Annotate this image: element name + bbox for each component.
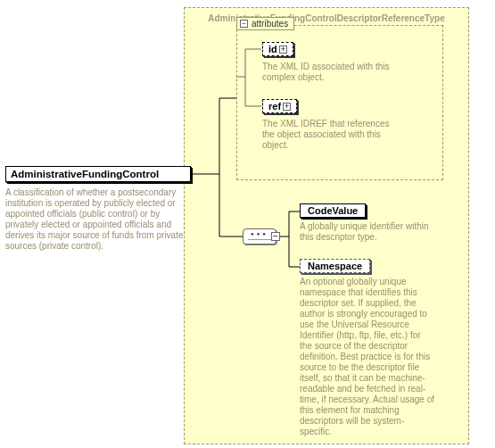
- element-codevalue-label: CodeValue: [308, 205, 358, 216]
- reference-type-title: AdministrativeFundingControlDescriptorRe…: [185, 13, 468, 23]
- root-element-description: A classification of whether a postsecond…: [5, 187, 191, 252]
- attributes-tab[interactable]: − attributes: [236, 17, 294, 30]
- plus-icon: +: [283, 103, 291, 111]
- plus-icon: +: [279, 46, 287, 54]
- element-namespace-label: Namespace: [308, 261, 362, 271]
- minus-icon: −: [271, 232, 280, 241]
- sequence-compositor[interactable]: ●●● −: [243, 228, 276, 245]
- root-element[interactable]: AdministrativeFundingControl: [5, 166, 191, 182]
- attribute-id-label: id: [268, 44, 277, 54]
- attribute-ref[interactable]: ref +: [262, 99, 297, 113]
- attribute-ref-description: The XML IDREF that references the object…: [262, 119, 396, 151]
- element-codevalue-description: A globally unique identifier within this…: [300, 221, 435, 243]
- attribute-ref-label: ref: [268, 101, 281, 112]
- attribute-id[interactable]: id +: [262, 42, 293, 56]
- schema-diagram: AdministrativeFundingControlDescriptorRe…: [0, 0, 495, 448]
- sequence-line-icon: [248, 239, 271, 240]
- root-element-label: AdministrativeFundingControl: [6, 167, 190, 181]
- attributes-container: − attributes id + The XML ID associated …: [236, 25, 443, 180]
- element-namespace-description: An optional globally unique namespace th…: [300, 277, 435, 437]
- minus-icon: −: [240, 20, 248, 28]
- sequence-dots-icon: ●●●: [251, 231, 268, 236]
- element-namespace[interactable]: Namespace: [300, 259, 370, 273]
- attributes-tab-label: attributes: [252, 19, 288, 29]
- attribute-id-description: The XML ID associated with this complex …: [262, 62, 396, 83]
- element-codevalue[interactable]: CodeValue: [300, 203, 366, 218]
